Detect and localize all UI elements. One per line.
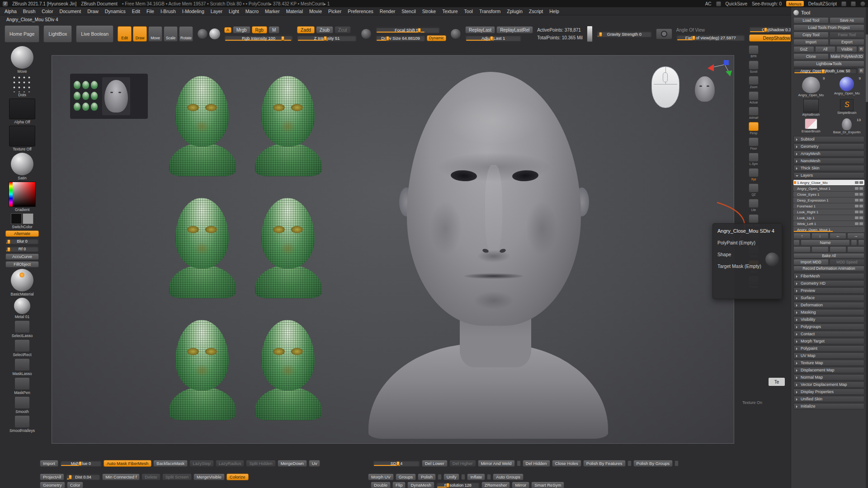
tool-btn-lightbox-tools[interactable]: Lightbox▸Tools	[793, 61, 864, 67]
polish-by-features[interactable]: Polish By Features	[583, 460, 626, 467]
home-page[interactable]: Home Page	[5, 25, 39, 42]
del-higher[interactable]: Del Higher	[449, 460, 476, 467]
slider-rf-0[interactable]: Rf 0	[5, 246, 39, 252]
menu-transform[interactable]: Transform	[479, 9, 500, 14]
tool-btn-import[interactable]: Import	[793, 39, 829, 45]
mini[interactable]	[675, 460, 679, 466]
section-initialize[interactable]: Initialize	[793, 403, 864, 409]
shelf-persp[interactable]: Persp	[749, 122, 759, 135]
sphereico[interactable]	[209, 28, 220, 39]
auto-groups[interactable]: Auto Groups	[493, 474, 523, 480]
thumb-alphabrush[interactable]: AlphaBrush	[793, 98, 829, 117]
layer-nav-x-button[interactable]: ←	[830, 233, 847, 239]
menu-tool[interactable]: Tool	[464, 9, 473, 14]
layer-icon-button[interactable]	[858, 239, 864, 246]
double[interactable]: Double	[371, 482, 391, 488]
uv[interactable]: Uv	[309, 460, 321, 467]
layer-intensity-slider[interactable]: Angry_Open_Mout 1	[793, 227, 864, 232]
slider-blur-0[interactable]: Blur 0	[5, 238, 39, 244]
section-polygroups[interactable]: Polygroups	[793, 324, 864, 330]
default-zscript-button[interactable]: DefaultZScript	[808, 1, 837, 6]
replaylast[interactable]: ReplayLast	[465, 26, 495, 33]
mini[interactable]	[461, 474, 465, 480]
backfacemask[interactable]: BackfaceMask	[153, 460, 188, 467]
tool-btn-export[interactable]: Export	[830, 39, 865, 45]
tool-btn-copy-tool[interactable]: Copy Tool	[793, 32, 829, 38]
shelf-floor[interactable]: Floor	[749, 137, 759, 150]
lazyradius[interactable]: LazyRadius	[216, 460, 245, 467]
section-polypaint[interactable]: Polypaint	[793, 345, 864, 352]
unify[interactable]: Unify	[443, 474, 460, 480]
thumb-simplebrush[interactable]: SSimpleBrush	[830, 98, 865, 117]
panel-scrollbar[interactable]	[866, 7, 868, 488]
tool-btn-r[interactable]: R	[858, 46, 864, 52]
refresh-icon[interactable]	[860, 1, 865, 6]
slider-adjustlast-1[interactable]: AdjustLast 1	[465, 35, 521, 42]
menu-render[interactable]: Render	[380, 9, 395, 14]
section-normal-map[interactable]: Normal Map	[793, 374, 864, 380]
rgb[interactable]: Rgb	[252, 26, 267, 33]
panel-layout-icon[interactable]	[841, 1, 846, 6]
polish-by-groups[interactable]: Polish By Groups	[633, 460, 673, 467]
fillobject[interactable]: FillObject	[5, 261, 39, 267]
auto-mask-fibermesh[interactable]: Auto Mask FiberMesh	[104, 460, 151, 467]
see-through-slider[interactable]: See-through: 0	[752, 1, 782, 6]
menu-i-modeling[interactable]: I-Modeling	[182, 9, 204, 14]
layer-1-angry-close-mo[interactable]: 1 Angry_Close_Mo	[793, 180, 864, 185]
menu-picker[interactable]: Picker	[328, 9, 341, 14]
section-displacement-map[interactable]: Displacement Map	[793, 367, 864, 373]
lazystep[interactable]: LazyStep	[189, 460, 214, 467]
layer-nav-x-button[interactable]: ↑	[793, 233, 811, 239]
del-lower[interactable]: Del Lower	[422, 460, 448, 467]
menu-document[interactable]: Document	[59, 9, 81, 14]
layer-forehead-1[interactable]: Forehead 1	[793, 203, 864, 209]
menu-brush[interactable]: Brush	[23, 9, 35, 14]
slider-dist-0-04[interactable]: Dist 0.04	[66, 474, 100, 480]
menu-dynamics[interactable]: Dynamics	[105, 9, 126, 14]
layer-close-eyes-1[interactable]: Close_Eyes 1	[793, 192, 864, 197]
slider-focal-shift-51[interactable]: Focal Shift 51	[376, 27, 440, 33]
dots-icon[interactable]	[12, 75, 33, 92]
slider-angry-open-mouth-low-50[interactable]: Angry_Open_Mouth_Low. 50	[793, 68, 857, 74]
menu-movie[interactable]: Movie	[309, 9, 322, 14]
tool-btn-r[interactable]: R	[858, 68, 864, 74]
section-masking[interactable]: Masking	[793, 309, 864, 315]
close-holes[interactable]: Close Holes	[552, 460, 581, 467]
m[interactable]: M	[269, 26, 279, 33]
import-mdd-button[interactable]: Import MDD	[793, 259, 829, 265]
mini[interactable]	[487, 474, 491, 480]
zsub[interactable]: Zsub	[316, 26, 333, 33]
menu-file[interactable]: File	[146, 9, 154, 14]
shelf-qz[interactable]: QZ	[749, 183, 759, 196]
thumb-base-dr-exportin[interactable]: Base_Dr_Exportin13	[830, 117, 865, 134]
quicksave-button[interactable]: QuickSave	[726, 1, 747, 6]
section-contact[interactable]: Contact	[793, 331, 864, 337]
document-canvas[interactable]	[52, 55, 734, 444]
thumb-eraserbrush[interactable]: EraserBrush	[793, 117, 829, 134]
layer-look-up-1[interactable]: Look_Up 1	[793, 215, 864, 221]
bake-all-button[interactable]: Bake All	[793, 253, 864, 258]
menu-edit[interactable]: Edit	[132, 9, 140, 14]
slider-sdiv-4[interactable]: SDiv 4	[373, 460, 420, 467]
slider-midvalue-0[interactable]: MidValue 0	[60, 460, 102, 467]
move[interactable]: Move	[148, 26, 162, 42]
circle[interactable]	[197, 28, 208, 39]
shelf-scroll[interactable]: Scroll	[749, 61, 759, 73]
thumb-angry-open-mo[interactable]: Angry_Open_Mo9	[793, 76, 829, 97]
tool-btn-load-tool[interactable]: Load Tool	[793, 17, 829, 23]
switchcolor-icon[interactable]	[11, 213, 33, 224]
section-geometry-hd[interactable]: Geometry HD	[793, 280, 864, 286]
menu-i-brush[interactable]: I-Brush	[160, 9, 176, 14]
menu-layer[interactable]: Layer	[211, 9, 222, 14]
section-deformation[interactable]: Deformation	[793, 302, 864, 308]
mirror[interactable]: Mirror	[512, 482, 529, 488]
layer-nav-x-button[interactable]: ↓	[811, 233, 829, 239]
layer-angry-open-mout-1[interactable]: Angry_Open_Mout 1	[793, 186, 864, 191]
geometry[interactable]: Geometry	[40, 482, 65, 488]
menu-preferences[interactable]: Preferences	[348, 9, 373, 14]
tool-btn-paste-tool[interactable]: Paste Tool	[830, 32, 865, 38]
masklasso-icon[interactable]	[14, 358, 30, 371]
satin-icon[interactable]	[11, 153, 33, 175]
scale[interactable]: Scale	[164, 26, 178, 42]
layer-icon-button[interactable]	[851, 239, 857, 246]
